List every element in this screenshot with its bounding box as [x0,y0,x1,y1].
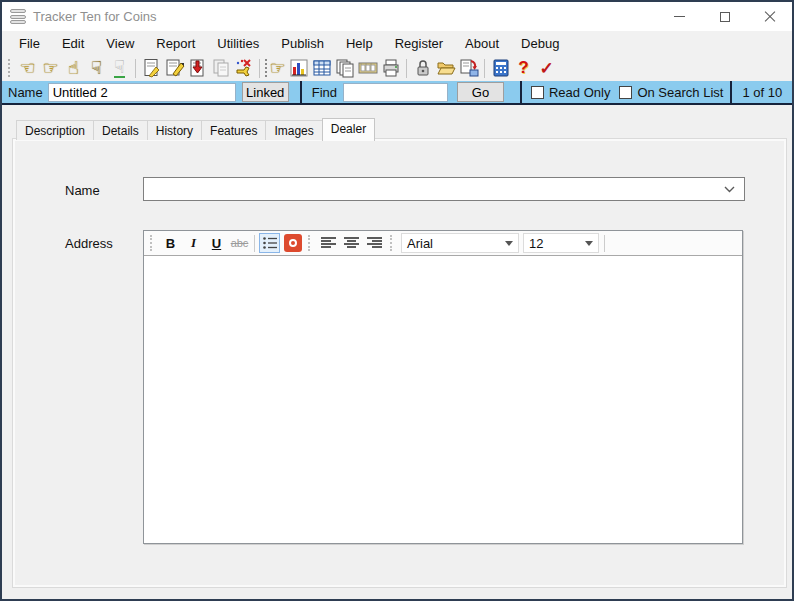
align-left-button[interactable] [318,233,339,253]
menu-file[interactable]: File [8,33,51,54]
toolbar-grip [150,235,155,251]
menu-report[interactable]: Report [145,33,206,54]
record-edit-icon[interactable] [163,56,186,80]
menu-utilities[interactable]: Utilities [206,33,270,54]
find-input[interactable] [343,83,448,102]
record-name-label: Name [8,85,43,100]
toolbar-separator [254,235,255,252]
hand-outline-icon[interactable]: ☟ [108,56,131,80]
tab-features[interactable]: Features [201,120,266,140]
bar-chart-icon[interactable] [287,56,310,80]
tab-description[interactable]: Description [16,120,94,140]
italic-button[interactable]: I [183,233,204,253]
record-copy-disabled-icon[interactable] [209,56,232,80]
underline-button[interactable]: U [206,233,227,253]
export-save-icon[interactable] [457,56,480,80]
tab-strip: Description Details History Features Ima… [16,117,374,140]
align-right-icon [366,236,383,250]
text-color-button[interactable] [282,233,303,253]
bold-button[interactable]: B [160,233,181,253]
hand-point-right-icon[interactable]: ☞ [39,56,62,80]
menu-debug[interactable]: Debug [510,33,570,54]
linked-button[interactable]: Linked [242,82,289,102]
menu-view[interactable]: View [95,33,145,54]
print-icon[interactable] [379,56,402,80]
on-search-list-label: On Search List [637,85,723,100]
address-text-area[interactable] [144,256,742,543]
menu-about[interactable]: About [454,33,510,54]
record-write-icon[interactable] [140,56,163,80]
dealer-tab-panel: Name Address B I U abc [12,138,787,588]
align-center-icon [343,236,360,250]
main-area: Description Details History Features Ima… [2,105,792,599]
tab-dealer[interactable]: Dealer [322,118,375,141]
close-button[interactable] [747,2,792,31]
menu-help[interactable]: Help [335,33,384,54]
menu-bar: File Edit View Report Utilities Publish … [2,31,792,55]
font-family-dropdown[interactable]: Arial [401,233,519,253]
menu-publish[interactable]: Publish [270,33,335,54]
toolbar-separator [484,59,485,78]
on-search-list-checkbox[interactable] [619,86,632,99]
font-size-dropdown[interactable]: 12 [523,233,599,253]
copy-pages-icon[interactable] [333,56,356,80]
menu-register[interactable]: Register [384,33,454,54]
maximize-button[interactable] [702,2,747,31]
title-bar: Tracker Ten for Coins [2,2,792,31]
hand-point-left-icon[interactable]: ☜ [16,56,39,80]
hand-point-down-icon[interactable]: ☟ [85,56,108,80]
bullet-list-icon [262,236,278,250]
record-save-arrow-icon[interactable] [186,56,209,80]
rich-text-toolbar: B I U abc [144,231,742,256]
chevron-down-icon [724,186,735,193]
record-name-input[interactable] [48,83,236,102]
main-toolbar: ☜ ☞ ☝ ☟ ☟ ☞ [2,55,792,81]
dealer-address-label: Address [65,236,113,251]
dropdown-arrow-icon [505,241,513,246]
hand-point-up-icon[interactable]: ☝ [62,56,85,80]
lock-icon[interactable] [411,56,434,80]
table-view-icon[interactable] [310,56,333,80]
toolbar-separator [406,59,407,78]
film-images-icon[interactable] [356,56,379,80]
toolbar-separator [135,59,136,78]
record-position-indicator: 1 of 10 [742,85,782,100]
toolbar-grip [390,235,395,251]
record-bar-separator [300,81,302,103]
strikethrough-button[interactable]: abc [229,233,250,253]
tab-details[interactable]: Details [93,120,148,140]
toolbar-separator [604,235,605,252]
align-center-button[interactable] [341,233,362,253]
record-bar-separator [730,81,732,103]
dropdown-arrow-icon [585,241,593,246]
find-record-icon[interactable]: ☞ [264,56,287,80]
dealer-name-combobox[interactable] [143,177,745,201]
check-mark-icon[interactable]: ✓ [535,56,558,80]
open-folder-icon[interactable] [434,56,457,80]
tab-history[interactable]: History [147,120,202,140]
record-delete-icon[interactable] [232,56,255,80]
tab-images[interactable]: Images [265,120,322,140]
align-left-icon [320,236,337,250]
maximize-icon [720,12,730,22]
minimize-icon [674,16,685,17]
window-title: Tracker Ten for Coins [33,9,657,24]
read-only-checkbox[interactable] [531,86,544,99]
menu-edit[interactable]: Edit [51,33,95,54]
bullet-list-button[interactable] [259,233,280,253]
go-button[interactable]: Go [457,82,504,102]
record-bar-separator [520,81,522,103]
help-question-icon[interactable]: ? [512,56,535,80]
calculator-icon[interactable] [489,56,512,80]
align-right-button[interactable] [364,233,385,253]
app-database-icon [10,9,26,24]
app-window: Tracker Ten for Coins File Edit View Rep… [0,0,794,601]
close-icon [764,11,776,23]
font-family-value: Arial [407,236,433,251]
record-bar: Name Linked Find Go Read Only On Search … [2,81,792,105]
address-rich-text-editor: B I U abc [143,230,743,544]
minimize-button[interactable] [657,2,702,31]
dealer-name-label: Name [65,183,100,198]
toolbar-grip [308,235,313,251]
text-color-icon [284,234,302,252]
